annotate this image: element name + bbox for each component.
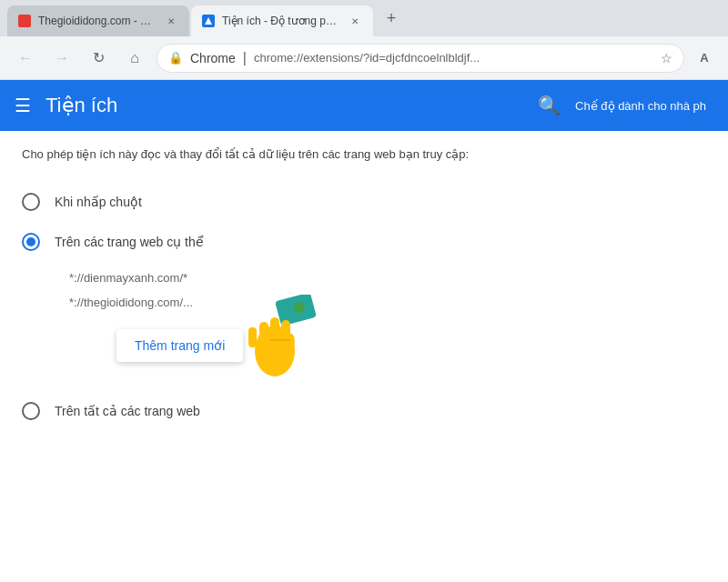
add-page-container: Thêm trang mới bbox=[69, 322, 243, 362]
new-tab-button[interactable]: + bbox=[379, 5, 404, 31]
chrome-label: Chrome bbox=[190, 51, 236, 65]
nav-bar: ← → ↻ ⌂ 🔒 Chrome | chrome://extensions/?… bbox=[0, 36, 728, 80]
url-text: chrome://extensions/?id=djcfdncoelnlbldj… bbox=[254, 51, 480, 65]
tab-2[interactable]: Tiện ích - Độ tương phản cao ✕ bbox=[191, 5, 373, 36]
add-page-label: Thêm trang mới bbox=[135, 338, 225, 353]
tab1-favicon bbox=[18, 15, 31, 27]
svg-rect-6 bbox=[259, 322, 268, 347]
bookmark-icon[interactable]: ☆ bbox=[661, 51, 672, 65]
permission-description: Cho phép tiện ích này đọc và thay đổi tấ… bbox=[22, 146, 706, 164]
radio-circle-click bbox=[22, 193, 40, 211]
home-button[interactable]: ⌂ bbox=[120, 44, 149, 73]
svg-rect-7 bbox=[248, 327, 257, 347]
browser-frame: Thegioididong.com - Điện thoạ... ✕ Tiện … bbox=[0, 0, 728, 582]
content-area: Cho phép tiện ích này đọc và thay đổi tấ… bbox=[0, 131, 728, 582]
reload-button[interactable]: ↻ bbox=[84, 44, 113, 73]
radio-label-all: Trên tất cả các trang web bbox=[55, 404, 200, 418]
site-entry-1: *://dienmayxanh.com/* bbox=[69, 266, 706, 290]
developer-mode-label: Chế độ dành cho nhà ph bbox=[575, 99, 706, 113]
radio-label-specific: Trên các trang web cụ thể bbox=[55, 235, 204, 249]
lock-icon: 🔒 bbox=[168, 51, 183, 65]
address-separator: | bbox=[243, 50, 247, 66]
nav-extra: A bbox=[692, 45, 717, 71]
radio-label-click: Khi nhấp chuột bbox=[55, 195, 142, 209]
site-entry-2: *://thegioididong.com/... bbox=[69, 290, 706, 315]
address-bar[interactable]: 🔒 Chrome | chrome://extensions/?id=djcfd… bbox=[157, 44, 684, 73]
add-page-button[interactable]: Thêm trang mới bbox=[116, 329, 243, 362]
menu-icon[interactable]: ☰ bbox=[15, 95, 31, 116]
tab-bar: Thegioididong.com - Điện thoạ... ✕ Tiện … bbox=[0, 0, 728, 36]
ext-header: ☰ Tiện ích 🔍 Chế độ dành cho nhà ph bbox=[0, 80, 728, 131]
radio-circle-specific bbox=[22, 233, 40, 251]
tab1-close[interactable]: ✕ bbox=[164, 14, 178, 28]
translate-button[interactable]: A bbox=[692, 45, 717, 71]
tab2-close[interactable]: ✕ bbox=[348, 14, 362, 28]
svg-marker-0 bbox=[205, 17, 212, 25]
radio-circle-all bbox=[22, 402, 40, 420]
extensions-page: ☰ Tiện ích 🔍 Chế độ dành cho nhà ph Cho … bbox=[0, 80, 728, 582]
site-list: *://dienmayxanh.com/* *://thegioididong.… bbox=[69, 266, 706, 315]
tab2-label: Tiện ích - Độ tương phản cao bbox=[222, 15, 340, 27]
svg-rect-5 bbox=[270, 317, 279, 346]
svg-point-8 bbox=[276, 331, 298, 360]
radio-option-all[interactable]: Trên tất cả các trang web bbox=[22, 391, 706, 431]
ext-search-icon[interactable]: 🔍 bbox=[538, 95, 561, 116]
tab1-label: Thegioididong.com - Điện thoạ... bbox=[38, 15, 157, 27]
forward-button[interactable]: → bbox=[47, 44, 76, 73]
radio-option-specific[interactable]: Trên các trang web cụ thể bbox=[22, 222, 706, 262]
ext-page-title: Tiện ích bbox=[46, 94, 523, 117]
svg-rect-4 bbox=[281, 320, 290, 347]
tab2-favicon bbox=[202, 15, 215, 27]
back-button[interactable]: ← bbox=[11, 44, 40, 73]
tab-1[interactable]: Thegioididong.com - Điện thoạ... ✕ bbox=[7, 5, 189, 36]
radio-option-click[interactable]: Khi nhấp chuột bbox=[22, 182, 706, 222]
